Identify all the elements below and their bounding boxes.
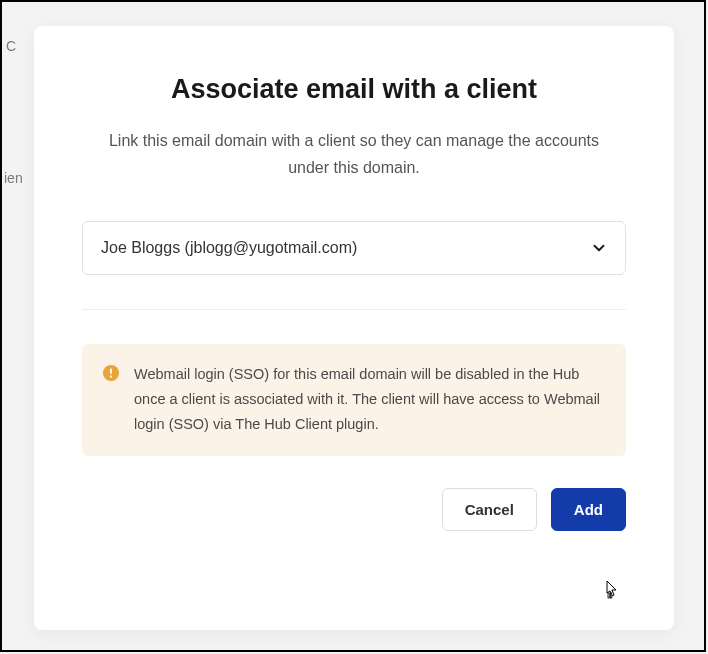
modal-actions: Cancel Add	[82, 488, 626, 531]
cancel-button[interactable]: Cancel	[442, 488, 537, 531]
modal-title: Associate email with a client	[82, 74, 626, 105]
modal-description: Link this email domain with a client so …	[82, 127, 626, 181]
background-text-fragment: ien	[4, 170, 23, 186]
add-button[interactable]: Add	[551, 488, 626, 531]
info-alert: Webmail login (SSO) for this email domai…	[82, 344, 626, 456]
associate-email-modal: Associate email with a client Link this …	[34, 26, 674, 630]
divider	[82, 309, 626, 310]
svg-rect-1	[110, 369, 112, 374]
exclamation-icon	[102, 364, 120, 382]
client-select-value[interactable]: Joe Bloggs (jblogg@yugotmail.com)	[82, 221, 626, 275]
svg-point-2	[110, 376, 112, 378]
background-text-fragment: C	[6, 38, 16, 54]
alert-text: Webmail login (SSO) for this email domai…	[134, 362, 604, 436]
client-select[interactable]: Joe Bloggs (jblogg@yugotmail.com)	[82, 221, 626, 275]
